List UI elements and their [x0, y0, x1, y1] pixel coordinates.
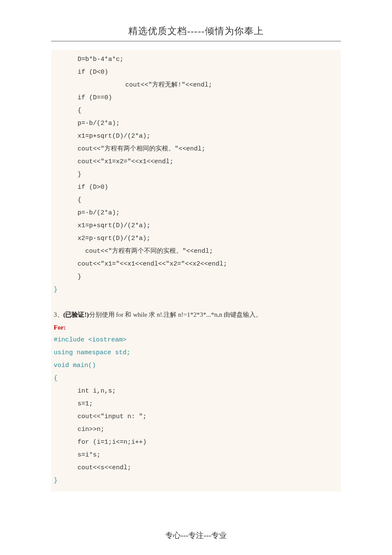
code-line: s=i*s; [54, 449, 338, 462]
code-line: if (D>0) [54, 181, 338, 194]
code-line: int i,n,s; [54, 385, 338, 398]
code-line: } [54, 168, 338, 181]
code-line: x2=p-sqrt(D)/(2*a); [54, 232, 338, 245]
code-line: if (D==0) [54, 92, 338, 104]
code-line: using namespace std; [54, 347, 338, 359]
code-line: #include <iostream> [54, 334, 338, 347]
code-line: p=-b/(2*a); [54, 207, 338, 220]
page-header: 精选优质文档-----倾情为你奉上 [0, 25, 392, 38]
code-line: if (D<0) [54, 66, 338, 79]
blank-line [54, 296, 338, 308]
code-line: } [54, 474, 338, 487]
code-line: cin>>n; [54, 423, 338, 436]
code-line: } [54, 283, 338, 296]
code-line: s=1; [54, 398, 338, 410]
code-line: cout<<"x1=x2="<<x1<<endl; [54, 156, 338, 168]
code-line: cout<<"x1="<<x1<<endl<<"x2="<<x2<<endl; [54, 258, 338, 271]
question-line: 3、(已验证!)分别使用 for 和 while 求 n!.注解 n!=1*2*… [54, 308, 338, 321]
page-footer: 专心---专注---专业 [0, 530, 392, 541]
code-line: { [54, 372, 338, 385]
code-line: cout<<"方程有两个不同的实根。"<<endl; [54, 245, 338, 258]
question-body: 分别使用 for 和 while 求 n!.注解 n!=1*2*3*...*n,… [89, 311, 262, 318]
code-line: } [54, 271, 338, 283]
code-line: { [54, 104, 338, 117]
for-label: For: [54, 321, 338, 334]
verified-label: (已验证!) [63, 311, 89, 318]
code-line: x1=p+sqrt(D)/(2*a); [54, 220, 338, 232]
code-line: x1=p+sqrt(D)/(2*a); [54, 130, 338, 143]
code-line: void main() [54, 359, 338, 372]
code-line: cout<<"方程无解!"<<endl; [54, 79, 338, 92]
code-line: cout<<"方程有两个相同的实根。"<<endl; [54, 143, 338, 156]
code-line: D=b*b-4*a*c; [54, 53, 338, 66]
document-page: 精选优质文档-----倾情为你奉上 D=b*b-4*a*c; if (D<0) … [0, 0, 392, 555]
header-rule [51, 41, 341, 41]
code-line: cout<<s<<endl; [54, 462, 338, 474]
code-line: cout<<"input n: "; [54, 410, 338, 423]
code-content-block: D=b*b-4*a*c; if (D<0) cout<<"方程无解!"<<end… [51, 50, 341, 491]
code-line: { [54, 194, 338, 207]
question-number: 3、 [54, 311, 63, 318]
code-line: for (i=1;i<=n;i++) [54, 436, 338, 449]
code-line: p=-b/(2*a); [54, 117, 338, 130]
